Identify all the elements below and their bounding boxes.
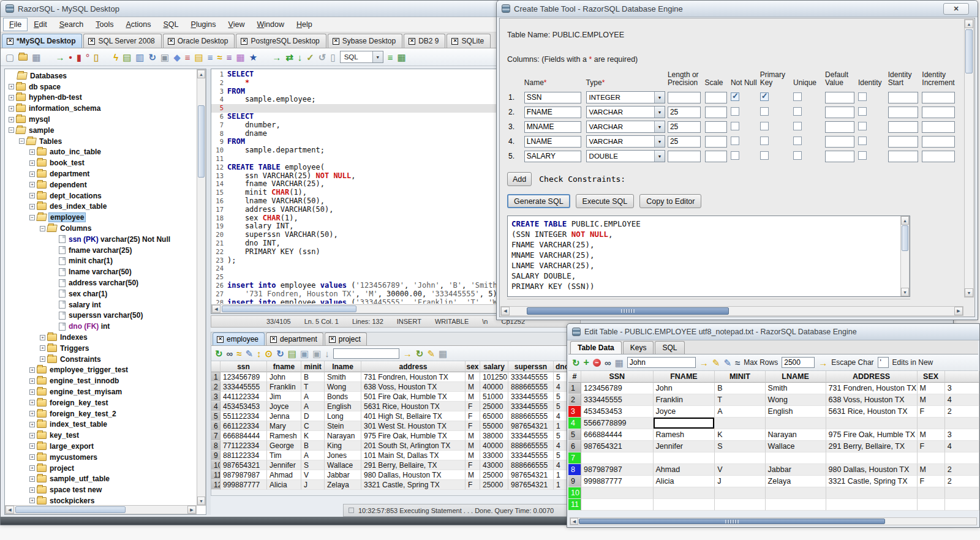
copy-table-icon[interactable]: ▣	[160, 53, 169, 62]
edit-cell[interactable]: 2	[945, 464, 979, 476]
tree-expander-icon[interactable]: +	[29, 400, 35, 405]
close-tab-icon[interactable]: ✕	[88, 38, 95, 45]
identity-increment-input[interactable]	[922, 92, 954, 103]
results-cell[interactable]: J	[301, 480, 325, 490]
results-cell[interactable]: English	[325, 402, 361, 411]
edit-cell[interactable]: M	[918, 383, 945, 394]
select-columns-icon[interactable]: ▤	[288, 349, 296, 358]
edit-dialog-titlebar[interactable]: Edit Table - PUBLIC.EMPLOYEE utf8_notepa…	[567, 324, 979, 340]
connection-tab-sybase-desktop[interactable]: ✕Sybase Desktop	[328, 34, 402, 48]
edit-cell[interactable]: B	[715, 383, 765, 394]
edit-cell[interactable]: Zelaya	[766, 476, 826, 487]
default-value-input[interactable]	[825, 136, 854, 148]
edit-cell[interactable]: Jennifer	[654, 441, 715, 452]
tree-item-sample[interactable]: −sample	[6, 125, 196, 136]
close-tab-icon[interactable]: ✕	[333, 38, 339, 45]
row-number[interactable]: 7	[211, 431, 221, 441]
add-row-icon[interactable]: +	[584, 358, 589, 367]
primary-key-checkbox[interactable]	[760, 122, 769, 130]
row-number[interactable]: 9	[211, 451, 221, 460]
edit-cell[interactable]	[581, 487, 653, 499]
edit-cell[interactable]: 2	[945, 406, 979, 418]
edit-cell[interactable]: M	[918, 394, 945, 406]
results-cell[interactable]: Narayan	[325, 431, 361, 441]
key-icon[interactable]: ⊙	[265, 349, 273, 358]
edit-cell[interactable]	[766, 418, 826, 429]
tree-expander-icon[interactable]: −	[29, 215, 35, 220]
edit-header-LNAME[interactable]: LNAME	[766, 371, 826, 383]
tree-expander-icon[interactable]: +	[40, 335, 45, 340]
not-null-checkbox[interactable]	[731, 137, 739, 145]
row-number[interactable]: 3	[568, 406, 581, 418]
results-cell[interactable]: 333445555	[221, 382, 267, 392]
tree-item-foreign-key-test-2[interactable]: +foreign_key_test_2	[6, 408, 196, 419]
not-null-checkbox[interactable]	[731, 92, 739, 101]
auto-commit-icon[interactable]: ≡	[388, 53, 393, 62]
unique-checkbox[interactable]	[793, 122, 802, 130]
not-null-checkbox[interactable]	[731, 122, 739, 130]
close-tab-icon[interactable]: ✕	[7, 38, 13, 45]
results-cell[interactable]: 25000	[480, 402, 508, 411]
generated-sql-preview[interactable]: CREATE TABLE PUBLIC.EMPLOYEE(SSN INTEGER…	[507, 216, 910, 297]
query-results-icon[interactable]: ≡	[208, 53, 213, 62]
column-name-input[interactable]	[524, 121, 581, 133]
close-tab-icon[interactable]: ✕	[168, 38, 175, 45]
tree-vertical-scrollbar[interactable]: ▲ ▼	[197, 69, 206, 506]
row-number[interactable]: 10	[568, 487, 581, 499]
create-dialog-hscroll-thumb[interactable]	[527, 307, 729, 315]
results-cell[interactable]: 40000	[480, 382, 508, 392]
default-value-input[interactable]	[825, 121, 854, 133]
edit-cell[interactable]	[918, 487, 945, 499]
results-cell[interactable]: D	[301, 411, 325, 421]
generate-sql-button[interactable]: Generate SQL	[507, 194, 570, 208]
results-cell[interactable]: M	[466, 470, 480, 480]
tree-expander-icon[interactable]: −	[9, 127, 14, 133]
copy-results-icon[interactable]: ▣	[312, 349, 321, 358]
identity-checkbox[interactable]	[858, 122, 867, 130]
not-null-checkbox[interactable]	[731, 151, 739, 160]
tree-item-dept-locations[interactable]: +dept_locations	[6, 190, 196, 201]
tree-item-salary-int[interactable]: salary int	[6, 299, 196, 310]
tree-item-information-schema[interactable]: +information_schema	[6, 103, 196, 114]
edit-cell[interactable]: 4	[945, 394, 979, 406]
results-search-input[interactable]	[333, 348, 399, 359]
menu-actions[interactable]: Actions	[120, 18, 157, 31]
results-cell[interactable]: King	[325, 441, 361, 451]
edit-cell[interactable]	[945, 487, 979, 499]
results-header-rownum[interactable]	[211, 361, 221, 372]
tree-vscroll-thumb[interactable]	[198, 105, 205, 178]
results-cell[interactable]: 501 Fire Oak, Humble TX	[361, 392, 466, 402]
results-cell[interactable]: 888666555	[508, 460, 554, 470]
close-tab-icon[interactable]: ✕	[270, 336, 277, 343]
unique-checkbox[interactable]	[793, 92, 802, 101]
primary-key-checkbox[interactable]	[760, 151, 769, 160]
results-cell[interactable]: B	[301, 441, 325, 451]
scale-input[interactable]	[705, 151, 728, 162]
edit-cell[interactable]: F	[918, 441, 945, 452]
results-header-sex[interactable]: sex	[466, 361, 480, 372]
results-cell[interactable]: 101 Main St, Dallas TX	[361, 451, 466, 460]
describe-table-icon[interactable]: ▤	[123, 53, 131, 62]
scale-input[interactable]	[705, 107, 728, 118]
edit-cell[interactable]: 291 Berry, Bellaire, TX	[826, 441, 918, 452]
chart-icon[interactable]: ▣	[300, 349, 309, 358]
menu-window[interactable]: Window	[251, 18, 290, 31]
primary-key-checkbox[interactable]	[760, 92, 769, 101]
length-precision-input[interactable]	[668, 107, 701, 118]
filter-icon[interactable]: ≈	[735, 358, 740, 367]
edit-cell[interactable]	[918, 418, 945, 429]
results-cell[interactable]: 987987987	[221, 470, 267, 480]
tree-item-book-test[interactable]: +book_test	[6, 157, 196, 168]
results-cell[interactable]: 51000	[480, 392, 508, 402]
edit-cell[interactable]: Ahmad	[654, 464, 715, 476]
menu-search[interactable]: Search	[53, 18, 90, 31]
unique-checkbox[interactable]	[793, 151, 802, 160]
results-cell[interactable]: K	[301, 431, 325, 441]
edit-cell[interactable]: 3	[945, 383, 979, 394]
row-number[interactable]: 5	[568, 429, 581, 441]
tree-expander-icon[interactable]: +	[9, 117, 14, 122]
identity-increment-input[interactable]	[922, 151, 954, 162]
disconnect-icon[interactable]: ▮	[77, 53, 81, 62]
identity-checkbox[interactable]	[858, 92, 867, 101]
column-type-select[interactable]: DOUBLE▼	[586, 150, 665, 162]
